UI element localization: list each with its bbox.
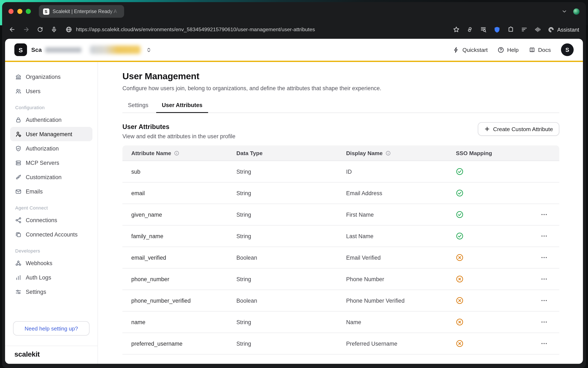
sidebar-item-users[interactable]: Users: [10, 84, 92, 98]
sidebar-item-authorization[interactable]: Authorization: [10, 141, 92, 156]
app-header: S Sca Quickstart Help: [5, 39, 583, 61]
display-name: ID: [346, 168, 456, 175]
sidebar-item-label: MCP Servers: [26, 160, 59, 166]
environment-badge-redacted[interactable]: [90, 46, 141, 54]
attribute-name: family_name: [131, 233, 236, 239]
row-menu-button[interactable]: [538, 231, 550, 241]
address-bar[interactable]: https://app.scalekit.cloud/ws/environmen…: [65, 26, 315, 33]
tab-bar: Settings User Attributes: [122, 98, 559, 113]
table-row: given_name String First Name: [122, 204, 559, 226]
quickstart-button[interactable]: Quickstart: [453, 46, 488, 53]
sso-mapped-icon: [456, 211, 463, 218]
user-avatar[interactable]: S: [561, 43, 574, 56]
adblock-shield-icon[interactable]: [493, 26, 501, 33]
display-name: Phone Number Verified: [346, 297, 456, 304]
data-type: String: [236, 276, 346, 282]
chevron-down-icon[interactable]: [561, 9, 567, 14]
info-icon[interactable]: [385, 150, 391, 156]
sidebar-item-label: Webhooks: [26, 260, 52, 266]
assistant-swirl-icon: [548, 26, 554, 33]
assistant-button[interactable]: Assistant: [548, 26, 579, 33]
sidebar-item-webhooks[interactable]: Webhooks: [10, 256, 92, 270]
row-menu-button[interactable]: [538, 317, 550, 327]
col-attribute-name: Attribute Name: [131, 150, 171, 156]
forward-icon[interactable]: [23, 26, 29, 33]
create-custom-attribute-button[interactable]: Create Custom Attribute: [478, 122, 559, 136]
environment-selector-icon[interactable]: [146, 47, 152, 53]
table-row: name String Name: [122, 312, 559, 333]
microphone-icon[interactable]: [51, 26, 58, 33]
row-menu-button[interactable]: [538, 252, 550, 263]
question-circle-icon: [498, 46, 504, 53]
sso-unmapped-icon: [456, 340, 463, 347]
sidebar-item-customization[interactable]: Customization: [10, 170, 92, 184]
sidebar-item-auth-logs[interactable]: Auth Logs: [10, 270, 92, 285]
user-gear-icon: [15, 131, 21, 137]
browser-tab-bar: S Scalekit | Enterprise Ready A: [2, 2, 586, 21]
scalekit-logo: S: [14, 43, 27, 56]
assistant-label: Assistant: [557, 26, 579, 33]
browser-profile-avatar[interactable]: [573, 8, 579, 15]
docs-button[interactable]: Docs: [529, 46, 551, 53]
help-button[interactable]: Help: [498, 46, 519, 53]
table-row: phone_number_verified Boolean Phone Numb…: [122, 290, 559, 312]
extensions-puzzle-icon[interactable]: [507, 26, 514, 33]
sso-unmapped-icon: [456, 318, 463, 326]
minimize-window-button[interactable]: [17, 9, 22, 14]
sidebar-item-label: Organizations: [26, 74, 61, 80]
row-menu-button[interactable]: [538, 274, 550, 284]
main-content: User Management Configure how users join…: [98, 62, 583, 364]
copy-link-icon[interactable]: [466, 26, 473, 33]
browser-tab[interactable]: S Scalekit | Enterprise Ready A: [39, 5, 124, 18]
sidebar: Organizations Users Configuration Authen…: [5, 62, 98, 364]
workspace-name-redacted: [45, 47, 81, 53]
row-menu-button[interactable]: [538, 295, 550, 306]
section-title: User Attributes: [122, 123, 235, 131]
tab-user-attributes[interactable]: User Attributes: [156, 98, 208, 112]
bookmark-star-icon[interactable]: [453, 26, 460, 33]
help-label: Help: [507, 46, 519, 53]
sidebar-item-label: Authorization: [26, 145, 59, 152]
need-help-button[interactable]: Need help setting up?: [13, 321, 89, 336]
sidebar-item-user-management[interactable]: User Management: [10, 127, 92, 141]
waveform-icon[interactable]: [534, 26, 541, 33]
attribute-name: email: [131, 190, 236, 196]
sidebar-item-connected-accounts[interactable]: Connected Accounts: [10, 227, 92, 241]
sidebar-item-organizations[interactable]: Organizations: [10, 70, 92, 84]
attribute-name: preferred_username: [131, 340, 236, 347]
sidebar-item-label: User Management: [26, 131, 72, 137]
sidebar-item-mcp-servers[interactable]: MCP Servers: [10, 156, 92, 170]
users-icon: [15, 88, 21, 94]
back-icon[interactable]: [9, 26, 16, 33]
sidebar-item-connections[interactable]: Connections: [10, 213, 92, 227]
browser-nav-bar: https://app.scalekit.cloud/ws/environmen…: [2, 21, 586, 38]
page-subtitle: Configure how users join, belong to orga…: [122, 85, 559, 92]
sidebar-item-emails[interactable]: Emails: [10, 184, 92, 199]
attribute-name: name: [131, 319, 236, 325]
sidebar-item-authentication[interactable]: Authentication: [10, 112, 92, 127]
row-menu-button[interactable]: [538, 339, 550, 349]
close-window-button[interactable]: [9, 9, 13, 14]
sidebar-item-label: Emails: [26, 188, 43, 194]
info-icon[interactable]: [174, 150, 179, 156]
attribute-name: given_name: [131, 212, 236, 218]
data-type: String: [236, 212, 346, 218]
zoom-window-button[interactable]: [26, 9, 31, 14]
sidebar-item-label: Connections: [26, 217, 57, 223]
page-search-icon[interactable]: [480, 26, 487, 33]
sso-unmapped-icon: [456, 275, 463, 283]
sidebar-item-settings[interactable]: Settings: [10, 285, 92, 299]
sidebar-section-developers: Developers: [15, 248, 97, 253]
scalekit-favicon: S: [43, 8, 49, 15]
reload-icon[interactable]: [37, 26, 43, 33]
display-name: Email Verified: [346, 254, 456, 261]
envelope-icon: [15, 188, 21, 194]
table-row: email_verified Boolean Email Verified: [122, 247, 559, 268]
filter-lines-icon[interactable]: [521, 26, 528, 33]
tab-settings[interactable]: Settings: [122, 98, 154, 112]
globe-icon: [65, 26, 72, 33]
row-menu-button[interactable]: [538, 210, 550, 220]
table-row: preferred_username String Preferred User…: [122, 333, 559, 355]
sso-mapped-icon: [456, 189, 463, 197]
browser-window: S Scalekit | Enterprise Ready A https://…: [2, 2, 586, 368]
